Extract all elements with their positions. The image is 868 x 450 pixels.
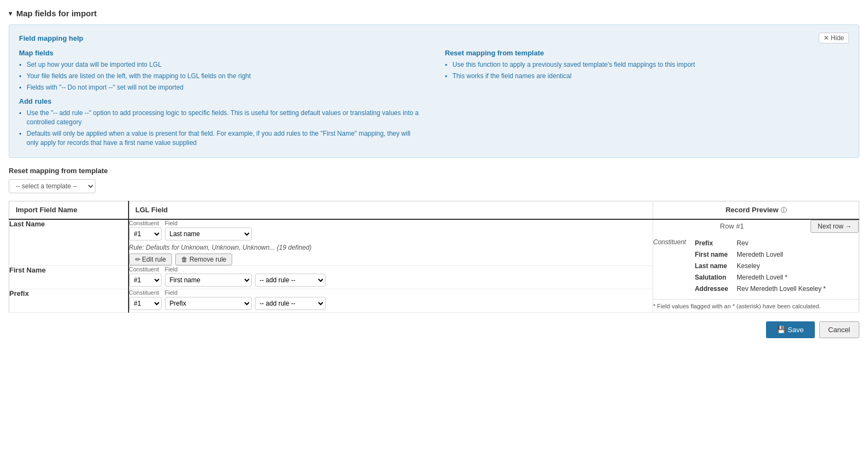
cancel-button[interactable]: Cancel (819, 321, 859, 338)
reset-mapping-item-1: Use this function to apply a previously … (445, 60, 849, 69)
first-name-constituent-select[interactable]: #1 (129, 274, 162, 287)
reset-mapping-col: Reset mapping from template Use this fun… (445, 49, 849, 150)
last-name-constituent-select[interactable]: #1 (129, 227, 162, 240)
prefix-constituent-group: Constituent #1 (129, 289, 162, 310)
preview-label-firstname: First name (695, 250, 728, 260)
add-rules-section: Add rules Use the "-- add rule --" optio… (19, 97, 423, 147)
next-row-button[interactable]: Next row → (810, 220, 859, 233)
last-name-mapping-cell: Constituent #1 Field Last name Rul (129, 219, 653, 266)
preview-value-firstname: Meredeth Lovell (737, 250, 826, 260)
preview-labels: Prefix First name Last name Salutation A… (695, 238, 728, 295)
add-rules-list: Use the "-- add rule --" option to add p… (19, 109, 423, 147)
preview-label-salutation: Salutation (695, 272, 728, 283)
first-name-constituent-group: Constituent #1 (129, 266, 162, 287)
add-rules-item-1: Use the "-- add rule --" option to add p… (19, 109, 423, 127)
help-box: Field mapping help ✕ Hide Map fields Set… (9, 24, 859, 158)
preview-label-addressee: Addressee (695, 284, 728, 294)
map-fields-item-3: Fields with "-- Do not import --" set wi… (19, 83, 423, 92)
prefix-constituent-select[interactable]: #1 (129, 297, 162, 310)
first-name-mapping-cell: Constituent #1 Field First name (129, 265, 653, 289)
row-label: Row #1 (653, 222, 810, 230)
main-table: Import Field Name LGL Field Record Previ… (9, 201, 859, 313)
prefix-field-group: Field Prefix (165, 289, 252, 310)
map-fields-item-1: Set up how your data will be imported in… (19, 60, 423, 69)
last-name-constituent-group: Constituent #1 (129, 220, 162, 240)
map-fields-col: Map fields Set up how your data will be … (19, 49, 423, 150)
prefix-field-select[interactable]: Prefix (165, 297, 252, 310)
field-label: Field (165, 289, 252, 296)
page-container: ▾ Map fields for import Field mapping he… (0, 0, 868, 450)
last-name-mapping-row: Constituent #1 Field Last name (129, 220, 653, 240)
record-preview-help-icon[interactable]: ⓘ (781, 207, 787, 213)
preview-fields: Constituent Prefix First name Last name … (653, 238, 859, 295)
first-name-field-select[interactable]: First name (165, 274, 252, 287)
help-box-title: Field mapping help (19, 34, 83, 42)
field-label: Field (165, 266, 252, 272)
save-button[interactable]: 💾 Save (766, 321, 814, 338)
first-name-add-rule-group: x -- add rule -- (255, 266, 326, 287)
hide-button[interactable]: ✕ Hide (819, 33, 849, 43)
help-columns: Map fields Set up how your data will be … (19, 49, 849, 150)
page-title: Map fields for import (16, 9, 97, 18)
reset-mapping-help-title: Reset mapping from template (445, 49, 849, 57)
preview-value-prefix: Rev (737, 238, 826, 249)
preview-header: Row #1 Next row → (653, 220, 859, 233)
first-name-add-rule-select[interactable]: -- add rule -- (255, 274, 326, 287)
preview-value-addressee: Rev Meredeth Lovell Keseley * (737, 284, 826, 294)
prefix-label: Prefix (9, 289, 129, 312)
last-name-rule-info: Rule: Defaults for Unknown, Unknown, Unk… (129, 244, 653, 251)
import-field-header: Import Field Name (9, 201, 129, 219)
preview-values: Rev Meredeth Lovell Keseley Meredeth Lov… (737, 238, 826, 295)
reset-mapping-list: Use this function to apply a previously … (445, 60, 849, 81)
first-name-field-group: Field First name (165, 266, 252, 287)
preview-note: * Field values flagged with an * (asteri… (653, 299, 859, 309)
chevron-icon: ▾ (9, 10, 12, 17)
prefix-mapping-cell: Constituent #1 Field Prefix (129, 289, 653, 312)
preview-label-prefix: Prefix (695, 238, 728, 249)
last-name-field-group: Field Last name (165, 220, 252, 240)
preview-value-lastname: Keseley (737, 261, 826, 271)
constituent-label: Constituent (129, 220, 162, 226)
last-name-rule-buttons: ✏ Edit rule 🗑 Remove rule (129, 253, 653, 265)
preview-value-salutation: Meredeth Lovell * (737, 272, 826, 283)
map-fields-item-2: Your file fields are listed on the left,… (19, 72, 423, 81)
preview-constituent-label: Constituent (653, 238, 686, 295)
constituent-label: Constituent (129, 289, 162, 296)
help-box-header: Field mapping help ✕ Hide (19, 33, 849, 43)
section-header[interactable]: ▾ Map fields for import (9, 9, 859, 18)
constituent-label: Constituent (129, 266, 162, 272)
first-name-mapping-row: Constituent #1 Field First name (129, 266, 653, 287)
map-fields-list: Set up how your data will be imported in… (19, 60, 423, 92)
first-name-label: First Name (9, 265, 129, 289)
prefix-mapping-row: Constituent #1 Field Prefix (129, 289, 653, 310)
preview-cell: Row #1 Next row → Constituent Prefix Fir… (653, 219, 859, 313)
edit-rule-button[interactable]: ✏ Edit rule (129, 253, 172, 265)
record-preview-header: Record Preview ⓘ (653, 201, 859, 219)
table-header-row: Import Field Name LGL Field Record Previ… (9, 201, 859, 219)
prefix-add-rule-select[interactable]: -- add rule -- (255, 297, 326, 310)
remove-rule-button[interactable]: 🗑 Remove rule (175, 253, 232, 265)
table-row: Last Name Constituent #1 Field (9, 219, 859, 266)
preview-label-lastname: Last name (695, 261, 728, 271)
reset-mapping-section: Reset mapping from template -- select a … (9, 167, 859, 193)
lgl-field-header: LGL Field (129, 201, 653, 219)
template-select[interactable]: -- select a template -- (9, 179, 95, 193)
bottom-bar: 💾 Save Cancel (9, 313, 859, 338)
reset-mapping-item-2: This works if the field names are identi… (445, 72, 849, 81)
last-name-field-select[interactable]: Last name (165, 227, 252, 240)
add-rules-title: Add rules (19, 97, 423, 105)
field-label: Field (165, 220, 252, 226)
map-fields-title: Map fields (19, 49, 423, 57)
reset-mapping-section-title: Reset mapping from template (9, 167, 859, 175)
prefix-add-rule-group: x -- add rule -- (255, 289, 326, 310)
add-rules-item-2: Defaults will only be applied when a val… (19, 129, 423, 148)
last-name-label: Last Name (9, 219, 129, 266)
